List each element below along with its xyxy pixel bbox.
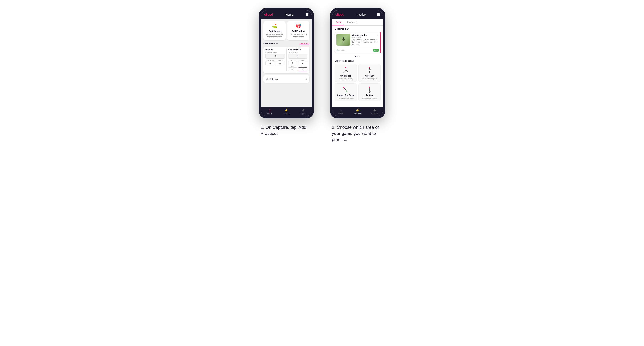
svg-point-13: [369, 86, 370, 88]
app-badge: APP: [373, 49, 379, 51]
practice-content: Drills Favourites Most Popular: [332, 19, 383, 107]
off-the-tee-name: Off The Tee: [340, 75, 351, 77]
phone-screen-2: clippd Practice ☰ Drills Favourites Most…: [332, 10, 383, 116]
home-nav-label-2: Home: [338, 112, 343, 114]
featured-card[interactable]: Wedge Ladder ☆ 50–100 yds Play 1 shot at…: [335, 32, 380, 53]
rounds-title: Rounds: [266, 49, 285, 51]
nav-activities-2[interactable]: ⚡ Activities: [349, 107, 366, 116]
stats-section-title: Last 3 Months: [264, 42, 278, 45]
phone-frame-1: clippd Home ☰ ⛳ Add Round Record your sh…: [259, 8, 314, 119]
putting-icon: [364, 86, 374, 93]
capture-nav-label-1: Capture: [300, 113, 306, 115]
header-title-2: Practice: [356, 13, 366, 16]
svg-point-0: [343, 37, 344, 38]
home-nav-label-1: Home: [267, 112, 272, 114]
view-activity-link[interactable]: View Activity: [300, 42, 309, 44]
rounds-sub-stats: Tournament 0 Practice 0: [266, 60, 285, 65]
tournament-label: Tournament: [266, 60, 275, 61]
skill-card-arg[interactable]: Around The Green Hone your short game: [335, 83, 357, 101]
tab-favourites[interactable]: Favourites: [344, 19, 361, 25]
off-the-tee-icon: [341, 66, 351, 74]
drills-capture-label: Drills Capture: [288, 51, 308, 53]
approach-svg: [366, 67, 374, 74]
nav-capture-2[interactable]: ⊕ Capture: [366, 107, 383, 116]
featured-card-content: Wedge Ladder ☆ 50–100 yds Play 1 shot at…: [335, 32, 380, 48]
arg-svg: [342, 86, 350, 93]
arg-desc: Hone your short game: [338, 97, 354, 99]
svg-point-11: [343, 89, 344, 89]
app-logo-2: clippd: [336, 13, 344, 16]
skill-card-approach[interactable]: Approach Dial-in to hit the green: [358, 64, 380, 82]
tournament-stat: Tournament 0: [266, 60, 275, 65]
dot-3: [359, 56, 360, 57]
add-practice-title: Add Practice: [292, 30, 305, 32]
capture-nav-label-2: Capture: [371, 113, 378, 115]
most-popular-title: Most Popular: [335, 28, 380, 30]
rounds-capture-label: Rounds Capture: [266, 51, 285, 53]
svg-line-4: [342, 41, 343, 42]
putt-label: PUTT: [298, 66, 307, 67]
ott-label: OTT: [288, 60, 298, 61]
putting-desc: Make and lag practice: [362, 97, 377, 99]
arg-stat: ARG 0: [288, 66, 298, 71]
dot-1: [355, 56, 356, 57]
drills-sub-stats: OTT 0 APP 4 ARG 0: [288, 60, 308, 71]
off-the-tee-svg: [342, 67, 350, 74]
skill-grid: Off The Tee Power and accuracy: [335, 64, 380, 101]
svg-point-6: [345, 67, 346, 68]
svg-line-5: [343, 41, 344, 42]
skill-card-off-the-tee[interactable]: Off The Tee Power and accuracy: [335, 64, 357, 82]
putting-svg: [366, 86, 374, 93]
explore-title: Explore skill areas: [335, 60, 380, 62]
approach-icon: [364, 66, 374, 74]
nav-home-1[interactable]: ⌂ Home: [261, 107, 278, 116]
svg-line-3: [343, 39, 345, 40]
app-stat: APP 4: [298, 60, 307, 65]
svg-line-2: [342, 39, 343, 40]
featured-image-inner: [336, 34, 350, 46]
svg-point-9: [369, 72, 370, 73]
arg-label: ARG: [288, 66, 298, 67]
add-practice-subtitle: Capture your practice off-the-course: [289, 33, 308, 38]
featured-drill-info: Wedge Ladder ☆ 50–100 yds Play 1 shot at…: [352, 34, 379, 46]
hamburger-icon-1[interactable]: ☰: [306, 13, 308, 16]
action-cards: ⛳ Add Round Record your shots fast or en…: [264, 21, 309, 40]
featured-footer: 🕐 9 shots APP: [335, 48, 380, 53]
star-icon[interactable]: ☆: [377, 34, 379, 36]
nav-capture-1[interactable]: ⊕ Capture: [295, 107, 312, 116]
arg-value: 0: [288, 67, 298, 71]
add-practice-card[interactable]: 🎯 Add Practice Capture your practice off…: [287, 21, 309, 40]
svg-point-15: [369, 92, 370, 93]
putt-stat: PUTT 4: [298, 66, 307, 71]
skill-card-putting[interactable]: Putting Make and lag practice: [358, 83, 380, 101]
chevron-right-icon: ›: [306, 78, 307, 80]
putt-value: 4: [298, 67, 307, 71]
add-round-card[interactable]: ⛳ Add Round Record your shots fast or en…: [264, 21, 286, 40]
caption-1: 1. On Capture, tap 'Add Practice'.: [261, 124, 312, 137]
clock-icon: 🕐: [336, 49, 338, 51]
golf-bag-label: My Golf Bag: [266, 78, 278, 80]
bottom-nav-1: ⌂ Home ⚡ Activities ⊕ Capture: [261, 107, 312, 116]
add-round-title: Add Round: [268, 30, 280, 32]
approach-desc: Dial-in to hit the green: [362, 78, 377, 80]
off-the-tee-desc: Power and accuracy: [338, 78, 353, 80]
activities-nav-label-2: Activities: [354, 113, 361, 115]
putting-name: Putting: [366, 94, 373, 96]
hamburger-icon-2[interactable]: ☰: [377, 13, 380, 16]
bottom-nav-2: ⌂ Home ⚡ Activities ⊕ Capture: [332, 107, 383, 116]
rounds-capture: Rounds Capture 0: [266, 51, 285, 59]
add-practice-icon: 🎯: [296, 23, 301, 29]
nav-activities-1[interactable]: ⚡ Activities: [278, 107, 295, 116]
app-value: 4: [298, 61, 307, 65]
phone-section-1: clippd Home ☰ ⛳ Add Round Record your sh…: [259, 8, 314, 137]
nav-home-2[interactable]: ⌂ Home: [332, 107, 349, 116]
golf-bag-row[interactable]: My Golf Bag ›: [264, 75, 309, 83]
activities-nav-label-1: Activities: [283, 113, 290, 115]
tab-drills[interactable]: Drills: [332, 19, 344, 25]
featured-desc: Play 1 shot at each target yardage. If y…: [352, 39, 379, 46]
tabs-row: Drills Favourites: [332, 19, 383, 26]
carousel-dots: [335, 55, 380, 58]
approach-name: Approach: [365, 75, 374, 77]
app-header-2: clippd Practice ☰: [332, 10, 383, 19]
practice-label: Practice: [276, 60, 285, 61]
